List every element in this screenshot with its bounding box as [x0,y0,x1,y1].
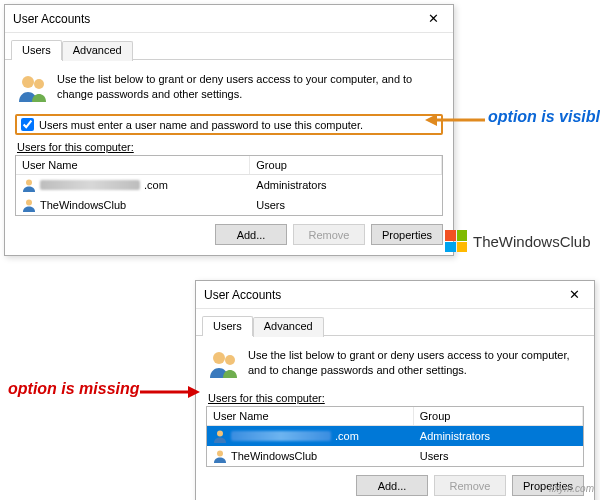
group-cell: Administrators [250,176,442,194]
svg-point-3 [26,200,32,206]
list-row[interactable]: .com Administrators [207,426,583,446]
user-icon [22,198,36,212]
svg-point-2 [26,180,32,186]
users-icon [208,348,240,380]
listview-header: User Name Group [16,156,442,175]
must-enter-checkbox[interactable] [21,118,34,131]
svg-point-9 [217,451,223,457]
tab-advanced[interactable]: Advanced [253,317,324,337]
svg-point-1 [34,79,44,89]
close-button[interactable]: ✕ [554,281,594,309]
users-section-label: Users for this computer: [17,141,443,153]
col-group[interactable]: Group [250,156,442,174]
window-title: User Accounts [13,12,413,26]
svg-point-8 [217,431,223,437]
user-icon [22,178,36,192]
close-button[interactable]: ✕ [413,5,453,33]
info-row: Use the list below to grant or deny user… [206,344,584,390]
list-row[interactable]: .com Administrators [16,175,442,195]
svg-point-7 [225,355,235,365]
watermark: fixym.com [549,483,594,494]
username-suffix: .com [144,179,168,191]
button-row: Add... Remove Properties [15,216,443,245]
users-listview[interactable]: User Name Group .com Administrators TheW… [15,155,443,216]
list-row[interactable]: TheWindowsClub Users [207,446,583,466]
list-row[interactable]: TheWindowsClub Users [16,195,442,215]
username-cell: TheWindowsClub [40,199,126,211]
info-text: Use the list below to grant or deny user… [248,348,584,380]
tabstrip: Users Advanced [5,33,453,60]
obscured-username [231,431,331,441]
button-row: Add... Remove Properties [206,467,584,496]
user-accounts-dialog-visible: User Accounts ✕ Users Advanced Use the l… [4,4,454,256]
col-username[interactable]: User Name [207,407,414,425]
user-icon [213,449,227,463]
add-button[interactable]: Add... [356,475,428,496]
remove-button[interactable]: Remove [434,475,506,496]
obscured-username [40,180,140,190]
tab-advanced[interactable]: Advanced [62,41,133,61]
must-enter-label: Users must enter a user name and passwor… [39,119,363,131]
tab-users[interactable]: Users [202,316,253,336]
titlebar[interactable]: User Accounts ✕ [196,281,594,309]
info-row: Use the list below to grant or deny user… [15,68,443,114]
add-button[interactable]: Add... [215,224,287,245]
remove-button[interactable]: Remove [293,224,365,245]
window-title: User Accounts [204,288,554,302]
svg-point-6 [213,352,225,364]
tabstrip: Users Advanced [196,309,594,336]
listview-header: User Name Group [207,407,583,426]
group-cell: Users [250,196,442,214]
col-username[interactable]: User Name [16,156,250,174]
group-cell: Users [414,447,583,465]
col-group[interactable]: Group [414,407,583,425]
windowsclub-logo: TheWindowsClub [445,230,591,252]
users-listview[interactable]: User Name Group .com Administrators TheW… [206,406,584,467]
username-cell: TheWindowsClub [231,450,317,462]
logo-text: TheWindowsClub [473,233,591,250]
group-cell: Administrators [414,427,583,445]
svg-point-0 [22,76,34,88]
users-section-label: Users for this computer: [208,392,584,404]
users-icon [17,72,49,104]
user-icon [213,429,227,443]
arrow-icon [140,383,200,401]
username-suffix: .com [335,430,359,442]
annotation-visible: option is visible [488,108,600,126]
annotation-missing: option is missing [8,380,140,398]
user-accounts-dialog-missing: User Accounts ✕ Users Advanced Use the l… [195,280,595,500]
tab-users[interactable]: Users [11,40,62,60]
must-enter-checkbox-row[interactable]: Users must enter a user name and passwor… [15,114,443,135]
info-text: Use the list below to grant or deny user… [57,72,443,104]
properties-button[interactable]: Properties [371,224,443,245]
titlebar[interactable]: User Accounts ✕ [5,5,453,33]
